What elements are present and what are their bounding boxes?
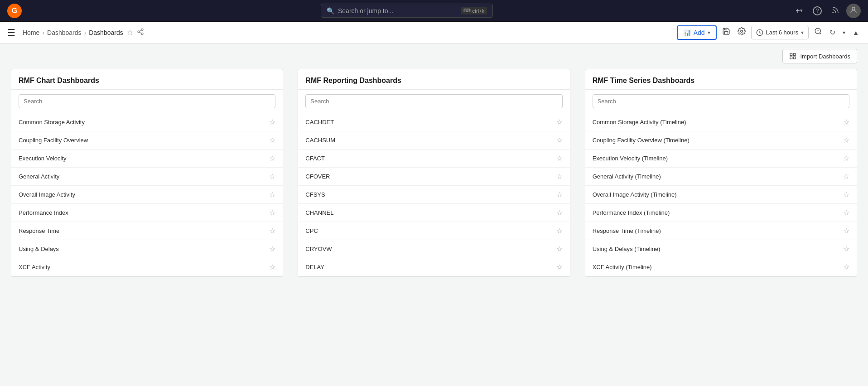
list-item[interactable]: Using & Delays (Timeline)☆	[585, 240, 857, 258]
list-item[interactable]: Using & Delays☆	[11, 240, 283, 258]
global-search-bar[interactable]: 🔍 Search or jump to... ⌨ ctrl+k	[321, 4, 493, 18]
favorite-star-icon[interactable]: ☆	[843, 245, 849, 253]
favorite-star-icon[interactable]: ☆	[843, 263, 849, 271]
dash-item-name: DELAY	[305, 264, 324, 270]
favorite-star-icon[interactable]: ☆	[556, 154, 563, 163]
help-button[interactable]: ?	[810, 4, 825, 18]
add-panel-button[interactable]: 📊 Add ▾	[677, 25, 717, 40]
dash-item-name: Overall Image Activity	[19, 191, 75, 198]
list-item[interactable]: CACHSUM☆	[298, 131, 569, 150]
favorite-star-icon[interactable]: ☆	[556, 190, 563, 199]
breadcrumb-sep-1: ›	[42, 29, 44, 36]
add-new-button[interactable]: + ▾	[792, 4, 806, 18]
toolbar-left: ☰ Home › Dashboards › Dashboards ☆	[7, 27, 144, 38]
favorite-star-icon[interactable]: ☆	[556, 208, 563, 217]
list-item[interactable]: General Activity☆	[11, 168, 283, 186]
svg-rect-12	[790, 53, 792, 56]
refresh-chevron[interactable]: ▾	[841, 28, 847, 38]
favorite-star-icon[interactable]: ☆	[556, 136, 563, 145]
favorite-star-icon[interactable]: ☆	[556, 263, 563, 271]
question-icon: ?	[813, 6, 822, 15]
favorite-star-icon[interactable]: ☆	[269, 136, 275, 145]
breadcrumb-dashboards[interactable]: Dashboards	[47, 29, 82, 36]
import-dashboards-button[interactable]: Import Dashboards	[782, 49, 857, 63]
save-dashboard-button[interactable]	[720, 25, 732, 39]
favorite-star-icon[interactable]: ☆	[843, 136, 849, 145]
zoom-out-button[interactable]	[812, 25, 824, 39]
list-item[interactable]: CRYOVW☆	[298, 240, 569, 258]
list-item[interactable]: CHANNEL☆	[298, 204, 569, 222]
list-item[interactable]: Common Storage Activity☆	[11, 113, 283, 131]
list-item[interactable]: CPC☆	[298, 222, 569, 240]
list-item[interactable]: Overall Image Activity (Timeline)☆	[585, 186, 857, 204]
dash-item-name: General Activity (Timeline)	[593, 173, 661, 180]
news-button[interactable]	[828, 4, 843, 18]
list-item[interactable]: XCF Activity (Timeline)☆	[585, 258, 857, 276]
svg-line-6	[139, 30, 141, 31]
favorite-star-icon[interactable]: ☆	[843, 227, 849, 235]
favorite-star-icon[interactable]: ☆	[269, 208, 275, 217]
list-item[interactable]: Response Time (Timeline)☆	[585, 222, 857, 240]
list-item[interactable]: CFSYS☆	[298, 186, 569, 204]
list-item[interactable]: CFOVER☆	[298, 168, 569, 186]
share-button[interactable]	[137, 28, 144, 37]
list-item[interactable]: Coupling Facility Overview☆	[11, 131, 283, 150]
breadcrumb-home[interactable]: Home	[23, 29, 39, 36]
top-nav: G 🔍 Search or jump to... ⌨ ctrl+k + ▾ ?	[0, 0, 868, 22]
favorite-star-icon[interactable]: ☆	[269, 245, 275, 253]
favorite-star-icon[interactable]: ☆	[269, 190, 275, 199]
favorite-star-icon[interactable]: ☆	[556, 245, 563, 253]
dash-item-name: Execution Velocity	[19, 155, 67, 162]
favorite-star-icon[interactable]: ☆	[269, 263, 275, 271]
hamburger-menu-button[interactable]: ☰	[7, 27, 15, 38]
list-item[interactable]: XCF Activity☆	[11, 258, 283, 276]
favorite-star-icon[interactable]: ☆	[843, 208, 849, 217]
dash-item-name: CHANNEL	[305, 209, 333, 216]
favorite-star-icon[interactable]: ☆	[269, 227, 275, 235]
list-item[interactable]: Execution Velocity (Timeline)☆	[585, 150, 857, 168]
dash-item-name: Coupling Facility Overview (Timeline)	[593, 137, 690, 144]
favorite-star-button[interactable]: ☆	[127, 28, 133, 37]
favorite-star-icon[interactable]: ☆	[556, 227, 563, 235]
list-item[interactable]: Execution Velocity☆	[11, 150, 283, 168]
dash-item-name: Response Time (Timeline)	[593, 227, 661, 234]
favorite-star-icon[interactable]: ☆	[843, 190, 849, 199]
nav-right: + ▾ ?	[792, 4, 861, 18]
user-avatar[interactable]	[846, 4, 861, 18]
favorite-star-icon[interactable]: ☆	[843, 172, 849, 181]
list-item[interactable]: Overall Image Activity☆	[11, 186, 283, 204]
favorite-star-icon[interactable]: ☆	[269, 118, 275, 126]
breadcrumb-sep-2: ›	[84, 29, 87, 36]
dash-item-name: CFOVER	[305, 173, 330, 180]
time-range-picker[interactable]: Last 6 hours ▾	[751, 26, 809, 39]
favorite-star-icon[interactable]: ☆	[556, 172, 563, 181]
favorite-star-icon[interactable]: ☆	[269, 172, 275, 181]
search-input-chart[interactable]	[19, 94, 275, 108]
list-item[interactable]: Coupling Facility Overview (Timeline)☆	[585, 131, 857, 150]
search-input-timeseries[interactable]	[593, 94, 849, 108]
grafana-logo[interactable]: G	[7, 4, 22, 18]
list-item[interactable]: Performance Index☆	[11, 204, 283, 222]
svg-point-3	[138, 31, 140, 33]
dashboard-settings-button[interactable]	[736, 25, 747, 39]
time-range-chevron: ▾	[801, 29, 804, 36]
list-item[interactable]: Response Time☆	[11, 222, 283, 240]
list-item[interactable]: DELAY☆	[298, 258, 569, 276]
list-item[interactable]: General Activity (Timeline)☆	[585, 168, 857, 186]
refresh-button[interactable]: ↻	[828, 26, 837, 39]
list-item[interactable]: Performance Index (Timeline)☆	[585, 204, 857, 222]
collapse-button[interactable]: ▲	[851, 27, 861, 38]
list-item[interactable]: Common Storage Activity (Timeline)☆	[585, 113, 857, 131]
favorite-star-icon[interactable]: ☆	[556, 118, 563, 126]
favorite-star-icon[interactable]: ☆	[269, 154, 275, 163]
search-input-reporting[interactable]	[305, 94, 562, 108]
list-item[interactable]: CFACT☆	[298, 150, 569, 168]
favorite-star-icon[interactable]: ☆	[843, 118, 849, 126]
list-item[interactable]: CACHDET☆	[298, 113, 569, 131]
svg-rect-14	[790, 57, 792, 59]
svg-point-1	[852, 7, 855, 10]
dash-item-name: Common Storage Activity	[19, 119, 85, 125]
dash-item-name: Overall Image Activity (Timeline)	[593, 191, 677, 198]
time-range-label: Last 6 hours	[766, 29, 799, 36]
favorite-star-icon[interactable]: ☆	[843, 154, 849, 163]
